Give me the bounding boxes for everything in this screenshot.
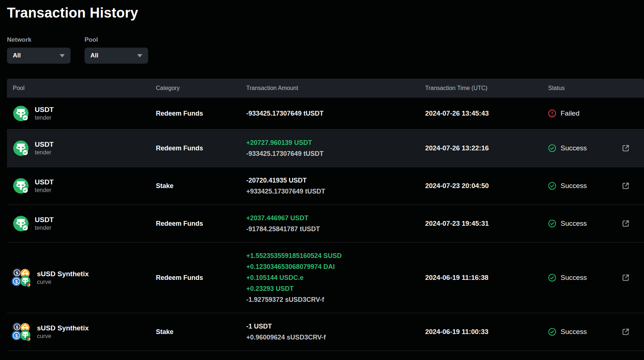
susd-synthetix-pool-icon: $$	[11, 322, 31, 342]
pool-filter: Pool All	[85, 36, 148, 64]
transaction-history-page: Transaction History Network All Pool All…	[0, 0, 644, 351]
table-row[interactable]: $$sUSD SynthetixcurveRedeem Funds+1.5523…	[7, 243, 644, 313]
column-header-amount: Transaction Amount	[246, 85, 425, 91]
usdt-coin-icon	[13, 140, 29, 156]
success-icon	[548, 274, 556, 282]
pool-name: sUSD Synthetix	[37, 270, 89, 278]
column-header-status: Status	[548, 85, 615, 91]
pool-platform: tender	[35, 225, 54, 231]
external-link-icon[interactable]	[621, 144, 630, 153]
status-label: Success	[561, 328, 587, 336]
network-dropdown-value: All	[13, 52, 21, 59]
amounts-cell: +20727.960139 USDT-933425.17307649 tUSDT	[246, 137, 425, 159]
pool-platform: curve	[37, 279, 89, 285]
external-link-icon[interactable]	[621, 219, 630, 228]
amount-line: +933425.17307649 tUSDT	[246, 186, 425, 197]
pool-cell: USDTtender	[7, 105, 156, 121]
column-header-pool: Pool	[7, 85, 156, 91]
status-label: Success	[561, 182, 587, 190]
time-cell: 2024-07-26 13:45:43	[425, 109, 548, 117]
category-cell: Redeem Funds	[156, 220, 246, 228]
category-cell: Stake	[156, 328, 246, 336]
external-link-icon[interactable]	[621, 273, 630, 282]
status-label: Success	[561, 274, 587, 282]
transaction-table: Pool Category Transaction Amount Transac…	[7, 79, 644, 351]
amount-line: -1.92759372 sUSD3CRV-f	[246, 294, 425, 305]
pool-name: sUSD Synthetix	[37, 324, 89, 332]
amount-line: +2037.446967 USDT	[246, 213, 425, 224]
pool-cell: USDTtender	[7, 178, 156, 194]
link-cell	[615, 181, 644, 190]
chevron-down-icon	[60, 54, 65, 57]
pool-cell: USDTtender	[7, 140, 156, 156]
pool-platform: tender	[35, 115, 54, 121]
usdt-coin-icon	[13, 178, 29, 194]
category-cell: Stake	[156, 182, 246, 190]
amount-line: +0.23293 USDT	[246, 283, 425, 294]
external-link-icon[interactable]	[621, 181, 630, 190]
pool-cell: $$sUSD Synthetixcurve	[7, 268, 156, 288]
link-cell	[615, 273, 644, 282]
amounts-cell: +2037.446967 USDT-91784.25841787 tUSDT	[246, 213, 425, 235]
status-cell: Success	[548, 220, 615, 228]
amounts-cell: -1 USDT+0.96009624 sUSD3CRV-f	[246, 321, 425, 343]
network-dropdown[interactable]: All	[7, 48, 71, 64]
status-cell: Success	[548, 144, 615, 152]
pool-dropdown-value: All	[90, 52, 98, 59]
pool-platform: curve	[37, 333, 89, 340]
table-row[interactable]: $$sUSD SynthetixcurveStake-1 USDT+0.9600…	[7, 313, 644, 351]
amount-line: +0.96009624 sUSD3CRV-f	[246, 332, 425, 343]
category-cell: Redeem Funds	[156, 274, 246, 282]
svg-text:$: $	[16, 325, 18, 329]
success-icon	[548, 328, 556, 336]
amount-line: +0.105144 USDC.e	[246, 272, 425, 283]
time-cell: 2024-06-19 11:00:33	[425, 328, 548, 336]
usdt-coin-icon	[13, 215, 29, 232]
failed-icon	[548, 109, 556, 117]
pool-name: USDT	[35, 140, 54, 149]
filters-bar: Network All Pool All	[7, 36, 644, 64]
time-cell: 2024-07-26 13:22:16	[425, 144, 548, 152]
pool-cell: $$sUSD Synthetixcurve	[7, 322, 156, 342]
chevron-down-icon	[137, 54, 142, 57]
amounts-cell: -20720.41935 USDT+933425.17307649 tUSDT	[246, 175, 425, 197]
status-cell: Success	[548, 182, 615, 190]
status-label: Failed	[561, 109, 580, 117]
amount-line: -933425.17307649 tUSDT	[246, 148, 425, 159]
amount-line: -91784.25841787 tUSDT	[246, 224, 425, 235]
table-row[interactable]: USDTtenderRedeem Funds+2037.446967 USDT-…	[7, 205, 644, 243]
status-label: Success	[561, 220, 587, 228]
column-header-category: Category	[156, 85, 246, 91]
amount-line: -1 USDT	[246, 321, 425, 332]
time-cell: 2024-07-23 20:04:50	[425, 182, 548, 190]
page-title: Transaction History	[7, 5, 644, 21]
svg-text:$: $	[16, 271, 18, 275]
status-label: Success	[561, 144, 587, 152]
amounts-cell: -933425.17307649 tUSDT	[246, 108, 425, 119]
link-cell	[615, 144, 644, 153]
table-row[interactable]: USDTtenderRedeem Funds-933425.17307649 t…	[7, 98, 644, 130]
status-cell: Success	[548, 328, 615, 336]
pool-cell: USDTtender	[7, 215, 156, 232]
success-icon	[548, 182, 556, 190]
pool-dropdown[interactable]: All	[85, 48, 148, 64]
success-icon	[548, 144, 556, 152]
status-cell: Failed	[548, 109, 615, 117]
svg-text:$: $	[15, 333, 18, 338]
category-cell: Redeem Funds	[156, 110, 246, 117]
curve-badge-icon	[26, 282, 31, 287]
time-cell: 2024-06-19 11:16:38	[425, 274, 548, 282]
link-cell	[615, 219, 644, 228]
amount-line: +1.552353559185160524 SUSD	[246, 250, 425, 261]
table-body: USDTtenderRedeem Funds-933425.17307649 t…	[7, 98, 644, 351]
external-link-icon[interactable]	[621, 327, 630, 336]
table-row[interactable]: USDTtenderStake-20720.41935 USDT+933425.…	[7, 167, 644, 205]
status-cell: Success	[548, 274, 615, 282]
time-cell: 2024-07-23 19:45:31	[425, 220, 548, 228]
link-cell	[615, 327, 644, 336]
pool-platform: tender	[35, 149, 54, 156]
table-row[interactable]: USDTtenderRedeem Funds+20727.960139 USDT…	[7, 130, 644, 167]
pool-name: USDT	[35, 216, 54, 224]
usdt-coin-icon	[13, 105, 29, 121]
amount-line: -20720.41935 USDT	[246, 175, 425, 186]
